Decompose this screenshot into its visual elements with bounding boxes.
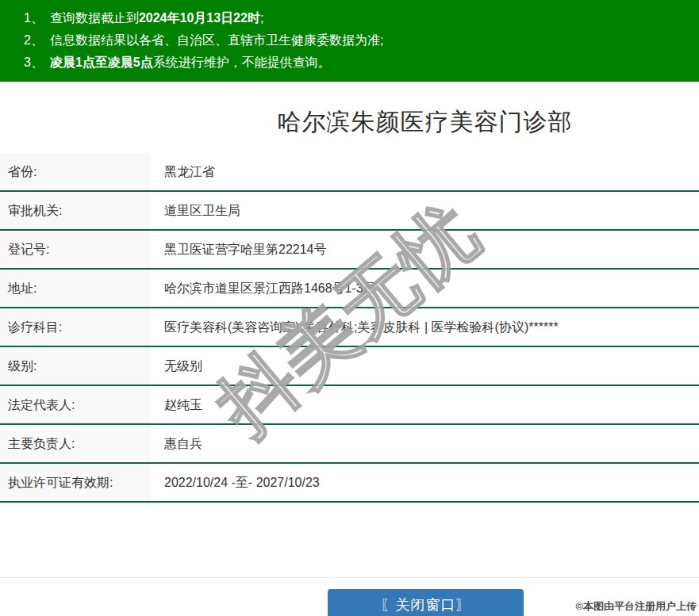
- row-label: 省份:: [0, 153, 151, 190]
- notice-text: 信息数据结果以各省、自治区、直辖市卫生健康委数据为准;: [50, 33, 383, 47]
- notice-number: 3、: [24, 55, 44, 69]
- notice-text: 查询数据截止到: [50, 11, 139, 25]
- table-row-license-validity: 执业许可证有效期: 2022/10/24 -至- 2027/10/23: [0, 464, 699, 503]
- row-label: 执业许可证有效期:: [0, 464, 151, 501]
- table-row-legal-representative: 法定代表人: 赵纯玉: [0, 386, 699, 425]
- bottom-divider: [0, 577, 699, 578]
- table-row-level: 级别: 无级别: [0, 347, 699, 386]
- row-value: 黑卫医证营字哈里第22214号: [151, 231, 699, 268]
- query-result-page: 1、查询数据截止到2024年10月13日22时; 2、信息数据结果以各省、自治区…: [0, 0, 699, 616]
- notice-line-3: 3、凌晨1点至凌晨5点系统进行维护，不能提供查询。: [24, 52, 691, 74]
- row-label: 级别:: [0, 347, 151, 385]
- table-row-address: 地址: 哈尔滨市道里区景江西路1468号1-3层: [0, 270, 699, 308]
- table-row-treatment-subjects: 诊疗科目: 医疗美容科(美容咨询室);美容外科;美容皮肤科 | 医学检验科(协议…: [0, 308, 699, 347]
- row-label: 诊疗科目:: [0, 308, 151, 346]
- page-title: 哈尔滨朱颜医疗美容门诊部: [151, 106, 699, 139]
- notice-text: 系统进行维护，不能提供查询。: [153, 55, 331, 69]
- row-value: 道里区卫生局: [151, 192, 699, 229]
- notice-number: 2、: [24, 33, 44, 47]
- row-label: 地址:: [0, 270, 151, 307]
- row-value: 医疗美容科(美容咨询室);美容外科;美容皮肤科 | 医学检验科(协议)*****…: [151, 308, 699, 346]
- notice-text-bold: 凌晨1点至凌晨5点: [50, 55, 153, 69]
- row-value: 2022/10/24 -至- 2027/10/23: [151, 464, 699, 501]
- row-label: 主要负责人:: [0, 425, 151, 462]
- table-row-registration-number: 登记号: 黑卫医证营字哈里第22214号: [0, 231, 699, 270]
- row-value: 哈尔滨市道里区景江西路1468号1-3层: [151, 270, 699, 307]
- notice-text-bold: 2024年10月13日22时: [139, 11, 260, 25]
- notice-line-1: 1、查询数据截止到2024年10月13日22时;: [24, 7, 691, 29]
- row-value: 惠自兵: [151, 425, 699, 462]
- notice-banner: 1、查询数据截止到2024年10月13日22时; 2、信息数据结果以各省、自治区…: [0, 0, 699, 82]
- table-row-main-person-in-charge: 主要负责人: 惠自兵: [0, 425, 699, 464]
- row-label: 审批机关:: [0, 192, 151, 229]
- row-label: 登记号:: [0, 231, 151, 268]
- close-window-button[interactable]: 〖关闭窗口〗: [328, 589, 524, 616]
- table-row-approval-authority: 审批机关: 道里区卫生局: [0, 192, 699, 231]
- notice-line-2: 2、信息数据结果以各省、自治区、直辖市卫生健康委数据为准;: [24, 29, 691, 52]
- table-row-province: 省份: 黑龙江省: [0, 153, 699, 192]
- upload-credit-watermark: ©本图由平台注册用户上传: [575, 599, 697, 614]
- row-value: 无级别: [151, 347, 699, 385]
- notice-text: ;: [260, 11, 263, 25]
- row-value: 黑龙江省: [151, 153, 699, 190]
- row-value: 赵纯玉: [151, 386, 699, 423]
- row-label: 法定代表人:: [0, 386, 151, 423]
- notice-number: 1、: [24, 11, 44, 25]
- info-table: 省份: 黑龙江省 审批机关: 道里区卫生局 登记号: 黑卫医证营字哈里第2221…: [0, 153, 699, 503]
